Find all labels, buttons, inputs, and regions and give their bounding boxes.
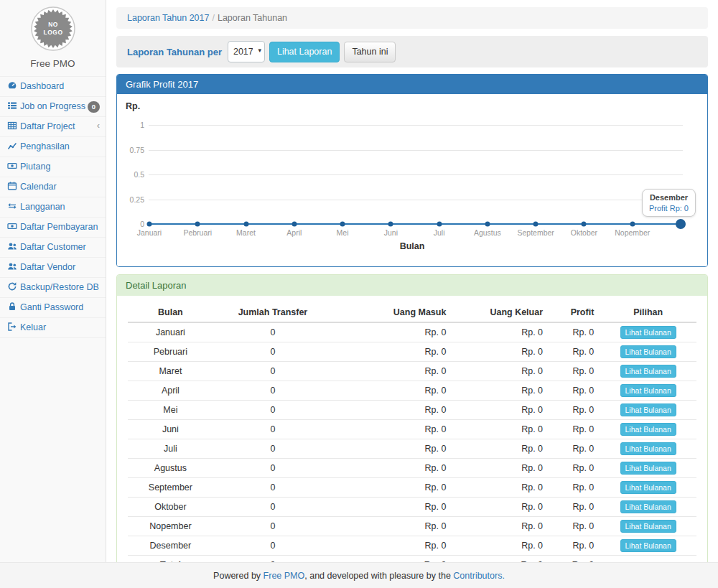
sidebar-link[interactable]: Piutang [0,157,106,177]
total-cell: Rp. 0 [549,556,600,563]
chart-point-april[interactable] [292,222,297,227]
year-select[interactable]: 2017 [228,41,265,62]
detail-laporan-body: BulanJumlah TransferUang MasukUang Kelua… [117,296,707,562]
table-cell: 0 [213,420,332,439]
gridline [149,125,683,126]
table-cell: Agustus [128,459,213,478]
table-cell: Rp. 0 [549,498,600,517]
sign-out-icon [7,322,20,334]
column-header: Bulan [128,303,213,322]
table-cell: Rp. 0 [452,498,549,517]
table-cell: Rp. 0 [549,478,600,498]
chart-point-september[interactable] [533,222,538,227]
table-row: April0Rp. 0Rp. 0Rp. 0Lihat Bulanan [128,381,696,401]
chart-line [391,223,439,225]
total-label: Total [128,556,213,563]
breadcrumb-link-laporan-tahun[interactable]: Laporan Tahun 2017 [127,13,209,23]
sidebar-item-label: Calendar [20,182,57,192]
sidebar-link[interactable]: Job on Progress0 [0,97,106,116]
laporan-table: BulanJumlah TransferUang MasukUang Kelua… [128,303,696,562]
table-row: Mei0Rp. 0Rp. 0Rp. 0Lihat Bulanan [128,401,696,420]
chart-point-juni[interactable] [388,222,393,227]
table-cell: 0 [213,362,332,381]
lihat-bulanan-button[interactable]: Lihat Bulanan [620,500,676,513]
lihat-bulanan-button[interactable]: Lihat Bulanan [620,462,676,475]
list-icon [7,101,20,113]
chart-point-maret[interactable] [243,222,248,227]
footer-contributors-link[interactable]: Contributors. [453,571,505,581]
table-cell: Desember [128,536,213,556]
table-cell: Rp. 0 [549,517,600,536]
sidebar-menu: DashboardJob on Progress0Daftar Project‹… [0,76,106,338]
sidebar-link[interactable]: Ganti Password [0,298,106,317]
chart-point-desember[interactable] [676,219,686,229]
sidebar-item-label: Piutang [20,162,50,172]
count-badge: 0 [88,101,100,113]
sidebar-link[interactable]: Calendar [0,177,106,197]
table-cell-action: Lihat Bulanan [600,517,696,536]
sidebar-link[interactable]: Penghasilan [0,137,106,157]
y-axis-unit-label: Rp. [126,101,140,111]
lihat-bulanan-button[interactable]: Lihat Bulanan [620,326,676,339]
lihat-laporan-button[interactable]: Lihat Laporan [269,42,340,62]
column-header: Profit [549,303,600,322]
table-cell: 0 [213,478,332,498]
lihat-bulanan-button[interactable]: Lihat Bulanan [620,442,676,455]
sidebar-link[interactable]: Daftar Customer [0,238,106,257]
lihat-bulanan-button[interactable]: Lihat Bulanan [620,539,676,552]
table-cell: Rp. 0 [332,322,452,342]
column-header: Uang Masuk [332,303,452,322]
chart-point-januari[interactable] [147,222,152,227]
chart-point-nopember[interactable] [630,222,635,227]
sidebar-item-label: Dashboard [20,81,64,91]
sidebar-link[interactable]: Keluar [0,318,106,337]
table-cell: Rp. 0 [549,439,600,459]
sidebar-item-piutang: Piutang [0,157,106,177]
table-cell: Rp. 0 [332,401,452,420]
sidebar-link[interactable]: Daftar Vendor [0,258,106,277]
detail-laporan-panel: Detail Laporan BulanJumlah TransferUang … [116,274,708,562]
table-cell-action: Lihat Bulanan [600,420,696,439]
lihat-bulanan-button[interactable]: Lihat Bulanan [620,403,676,416]
lihat-bulanan-button[interactable]: Lihat Bulanan [620,481,676,494]
lihat-bulanan-button[interactable]: Lihat Bulanan [620,345,676,358]
sidebar-link[interactable]: Backup/Restore DB [0,278,106,297]
sidebar-link[interactable]: Dashboard [0,77,106,96]
footer-freepmo-link[interactable]: Free PMO [264,571,305,581]
year-filter-bar: Laporan Tahunan per 2017 Lihat Laporan T… [116,36,708,67]
sidebar: NO LOGO Free PMO DashboardJob on Progres… [0,0,106,562]
sidebar-link[interactable]: Langganan [0,197,106,217]
chart-point-juli[interactable] [437,222,442,227]
table-row: Maret0Rp. 0Rp. 0Rp. 0Lihat Bulanan [128,362,696,381]
table-cell: Rp. 0 [452,478,549,498]
page: NO LOGO Free PMO DashboardJob on Progres… [0,0,718,562]
chart-point-mei[interactable] [340,222,345,227]
chart-point-oktober[interactable] [582,222,587,227]
lihat-bulanan-button[interactable]: Lihat Bulanan [620,365,676,378]
logo-text-line2: LOGO [43,29,62,36]
chart-point-pebruari[interactable] [195,222,200,227]
table-row: Agustus0Rp. 0Rp. 0Rp. 0Lihat Bulanan [128,459,696,478]
chart-point-agustus[interactable] [485,222,490,227]
table-cell: Rp. 0 [452,401,549,420]
sidebar-item-backup-restore-db: Backup/Restore DB [0,278,106,298]
sidebar-link[interactable]: Daftar Pembayaran [0,218,106,237]
gridline [149,200,683,200]
lihat-bulanan-button[interactable]: Lihat Bulanan [620,520,676,533]
chart-line [584,223,632,225]
lihat-bulanan-button[interactable]: Lihat Bulanan [620,384,676,397]
sidebar-link[interactable]: Daftar Project‹ [0,117,106,136]
sidebar-item-daftar-vendor: Daftar Vendor [0,258,106,278]
y-tick-label: 1 [117,121,144,129]
logo-text-line1: NO [48,21,58,28]
lihat-bulanan-button[interactable]: Lihat Bulanan [620,423,676,436]
gridline [149,150,683,151]
sidebar-item-ganti-password: Ganti Password [0,298,106,318]
chart-line [197,223,246,225]
chart-line [149,223,197,225]
table-cell: Rp. 0 [549,536,600,556]
table-cell: Rp. 0 [549,381,600,401]
sidebar-item-label: Keluar [20,322,46,332]
tahun-ini-button[interactable]: Tahun ini [344,42,396,62]
table-row: Pebruari0Rp. 0Rp. 0Rp. 0Lihat Bulanan [128,342,696,362]
